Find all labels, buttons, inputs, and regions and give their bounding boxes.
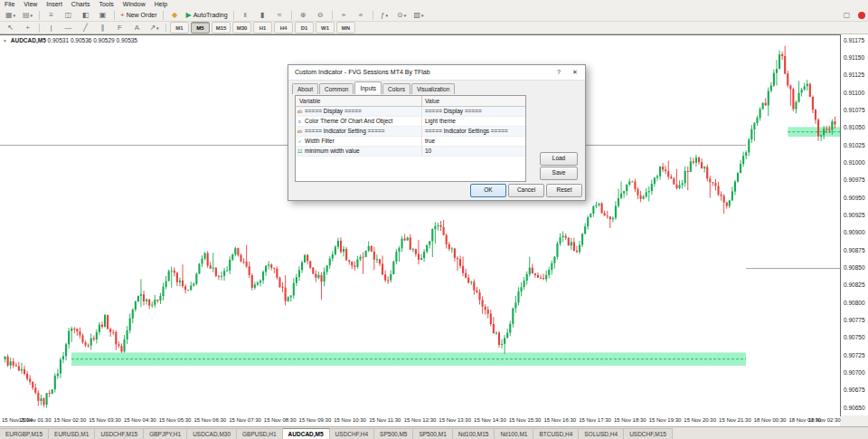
terminal-button[interactable]: ▣ bbox=[95, 9, 110, 22]
line-chart-button[interactable]: ≈ bbox=[272, 9, 288, 22]
input-variable-value[interactable]: ===== Indicator Settings ===== bbox=[422, 127, 525, 136]
price-axis[interactable]: 0.911750.911500.911250.911000.910750.910… bbox=[841, 34, 868, 415]
timeframe-m15-button[interactable]: M15 bbox=[212, 22, 231, 33]
navigator-button[interactable]: ◧ bbox=[78, 9, 93, 22]
cursor-button[interactable]: ↖ bbox=[3, 22, 18, 34]
menu-charts[interactable]: Charts bbox=[67, 0, 95, 9]
templates-button[interactable]: ▧▾ bbox=[411, 9, 427, 22]
chevron-down-icon: ▾ bbox=[156, 25, 159, 31]
profiles-button[interactable]: ▤▾ bbox=[20, 9, 35, 22]
tab-colors[interactable]: Colors bbox=[382, 83, 410, 94]
symbol-tab-nd100-m1[interactable]: Nd100,M1 bbox=[495, 428, 533, 439]
tab-common[interactable]: Common bbox=[319, 83, 354, 94]
ok-button[interactable]: OK bbox=[470, 184, 506, 197]
tab-about[interactable]: About bbox=[292, 83, 318, 94]
market-watch-button[interactable]: ≡ bbox=[43, 9, 59, 22]
vertical-line-button[interactable]: | bbox=[43, 22, 59, 34]
symbol-tab-sp500-m5[interactable]: SP500,M5 bbox=[374, 428, 413, 439]
chart-shift-button[interactable]: « bbox=[354, 9, 369, 22]
menu-window[interactable]: Window bbox=[118, 0, 150, 9]
toolbar-separator bbox=[373, 11, 373, 20]
menu-file[interactable]: File bbox=[0, 0, 19, 9]
tab-inputs[interactable]: Inputs bbox=[354, 81, 382, 94]
one-click-trading-icon[interactable]: ▼ bbox=[3, 38, 7, 43]
navigator-icon: ◧ bbox=[82, 10, 90, 21]
zoom-out-button[interactable]: ⊖ bbox=[313, 9, 328, 22]
symbol-tab-btcusd-h4[interactable]: BTCUSD,H4 bbox=[533, 428, 579, 439]
timeframe-w1-button[interactable]: W1 bbox=[316, 22, 335, 33]
dialog-titlebar[interactable]: Custom Indicator - FVG Sessions MT4 By T… bbox=[288, 65, 585, 81]
indicators-button[interactable]: ƒ▾ bbox=[377, 9, 392, 22]
menu-view[interactable]: View bbox=[19, 0, 42, 9]
symbol-tab-eurusd-m1[interactable]: EURUSD,M1 bbox=[49, 428, 95, 439]
input-row[interactable]: ≡Color Theme Of Chart And ObjectLight th… bbox=[296, 117, 525, 127]
time-axis[interactable]: 15 Nov 202415 Nov 01:3015 Nov 02:3015 No… bbox=[0, 415, 840, 426]
zoom-in-button[interactable]: ⊕ bbox=[296, 9, 311, 22]
input-type-icon: ≡ bbox=[296, 117, 304, 126]
bar-chart-icon: ‖ bbox=[243, 10, 246, 21]
timeframe-m1-button[interactable]: M1 bbox=[170, 22, 189, 33]
bar-chart-button[interactable]: ‖ bbox=[238, 9, 253, 22]
input-variable-value[interactable]: Light theme bbox=[422, 117, 525, 126]
symbol-tab-audcad-m5[interactable]: AUDCAD,M5 bbox=[283, 428, 330, 439]
timeframe-h4-button[interactable]: H4 bbox=[274, 22, 293, 33]
price-tick-label: 0.90925 bbox=[844, 212, 865, 218]
input-variable-value[interactable]: ===== Display ===== bbox=[422, 107, 525, 116]
fibonacci-button[interactable]: F bbox=[112, 22, 127, 34]
inputs-table[interactable]: Variable Value ab===== Display =========… bbox=[295, 95, 526, 182]
time-tick-label: 15 Nov 06:30 bbox=[193, 417, 226, 423]
symbol-tab-usdchf-m15[interactable]: USDCHF,M15 bbox=[95, 428, 144, 439]
horizontal-line-button[interactable]: — bbox=[61, 22, 76, 34]
crosshair-button[interactable]: + bbox=[20, 22, 35, 34]
arrows-button[interactable]: ↗▾ bbox=[146, 22, 162, 34]
trendline-button[interactable]: ╱ bbox=[78, 22, 93, 34]
new-chart-button[interactable]: ▦▾ bbox=[3, 9, 18, 22]
data-window-button[interactable]: ◫ bbox=[61, 9, 76, 22]
input-row[interactable]: ✓Width Filtertrue bbox=[296, 137, 525, 147]
auto-scroll-button[interactable]: » bbox=[336, 9, 352, 22]
load-button[interactable]: Load bbox=[540, 152, 578, 166]
symbol-tab-usdchf-m15[interactable]: USDCHF,M15 bbox=[624, 428, 673, 439]
input-row[interactable]: 12minimum width value10 bbox=[296, 147, 525, 157]
menu-insert[interactable]: Insert bbox=[42, 0, 67, 9]
candlestick-chart-button[interactable]: ▮ bbox=[255, 9, 270, 22]
timeframe-mn-button[interactable]: MN bbox=[336, 22, 355, 33]
symbol-tab-nd100-m15[interactable]: Nd100,M15 bbox=[453, 428, 495, 439]
tab-visualization[interactable]: Visualization bbox=[411, 83, 455, 94]
metaeditor-button[interactable]: ◆ bbox=[167, 9, 183, 22]
menu-tools[interactable]: Tools bbox=[94, 0, 118, 9]
symbol-tab-gbpusd-h1[interactable]: GBPUSD,H1 bbox=[237, 428, 283, 439]
symbol-tab-gbpjpy-h1[interactable]: GBPJPY,H1 bbox=[144, 428, 187, 439]
timeframe-m30-button[interactable]: M30 bbox=[232, 22, 251, 33]
timeframe-d1-button[interactable]: D1 bbox=[295, 22, 314, 33]
input-row[interactable]: ab===== Indicator Setting ========== Ind… bbox=[296, 127, 525, 137]
symbol-tab-eurgbp-m15[interactable]: EURGBP,M15 bbox=[0, 428, 49, 439]
input-variable-value[interactable]: true bbox=[422, 137, 525, 146]
toolbar-separator bbox=[163, 11, 164, 20]
save-button[interactable]: Save bbox=[540, 167, 578, 180]
channel-button[interactable]: ∥ bbox=[95, 22, 110, 34]
input-row[interactable]: ab===== Display ========== Display ===== bbox=[296, 107, 525, 117]
window-button[interactable]: ▢ bbox=[839, 9, 854, 22]
toolbar-separator bbox=[291, 11, 292, 20]
time-tick-label: 15 Nov 14:30 bbox=[474, 417, 506, 423]
symbol-tab-usdcad-m30[interactable]: USDCAD,M30 bbox=[187, 428, 237, 439]
symbol-tab-usdchf-h4[interactable]: USDCHF,H4 bbox=[330, 428, 374, 439]
reset-button[interactable]: Reset bbox=[546, 184, 582, 197]
symbol-tab-solusd-h4[interactable]: SOLUSD,H4 bbox=[579, 428, 624, 439]
cancel-button[interactable]: Cancel bbox=[508, 184, 544, 197]
dialog-help-button[interactable]: ? bbox=[551, 65, 567, 80]
dialog-close-icon[interactable]: ✕ bbox=[567, 65, 583, 80]
new-order-button[interactable]: +New Order bbox=[118, 9, 159, 22]
periods-button[interactable]: ⊙▾ bbox=[394, 9, 410, 22]
alert-badge-icon[interactable] bbox=[858, 12, 865, 19]
timeframe-h1-button[interactable]: H1 bbox=[253, 22, 272, 33]
input-variable-value[interactable]: 10 bbox=[422, 147, 525, 156]
timeframe-m5-button[interactable]: M5 bbox=[191, 22, 210, 33]
menu-help[interactable]: Help bbox=[150, 0, 172, 9]
text-button[interactable]: A bbox=[129, 22, 145, 34]
price-tick-label: 0.90850 bbox=[844, 264, 865, 271]
time-tick-label: 15 Nov 21:30 bbox=[719, 417, 751, 423]
autotrading-button[interactable]: ▶AutoTrading bbox=[184, 9, 230, 22]
symbol-tab-sp500-m1[interactable]: SP500,M1 bbox=[413, 428, 452, 439]
